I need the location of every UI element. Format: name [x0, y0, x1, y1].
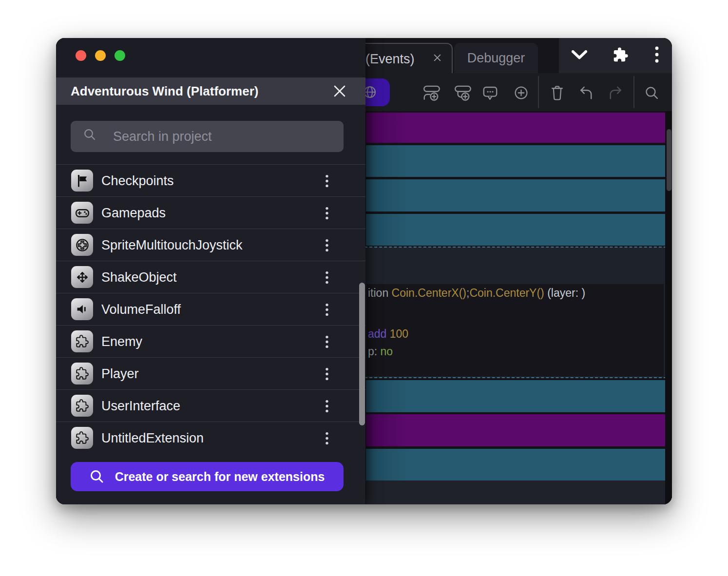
traffic-light-close[interactable]: [76, 50, 86, 61]
tab-events-label: (Events): [365, 52, 415, 67]
event-row-purple[interactable]: [366, 113, 665, 143]
project-title: Adventurous Wind (Platformer): [71, 77, 258, 105]
tab-debugger[interactable]: Debugger: [454, 43, 538, 73]
project-manager-drawer: Adventurous Wind (Platformer) Search in …: [56, 38, 365, 504]
add-comment-icon[interactable]: [482, 85, 498, 103]
project-item-label: Gamepads: [101, 197, 166, 229]
project-item-volumefalloff[interactable]: VolumeFalloff: [56, 293, 365, 325]
item-kebab-menu-icon[interactable]: [325, 303, 329, 318]
event-row-teal[interactable]: [366, 145, 665, 177]
app-window: (Events) Debugger: [56, 38, 672, 504]
search-icon: [90, 469, 104, 484]
add-circle-icon[interactable]: [514, 85, 529, 102]
puzzle-icon: [71, 427, 93, 449]
tab-close-icon[interactable]: [433, 54, 441, 64]
puzzle-icon: [71, 330, 93, 352]
project-items-list: CheckpointsGamepadsSpriteMultitouchJoyst…: [56, 164, 365, 454]
drawer-header: Adventurous Wind (Platformer): [56, 77, 365, 105]
puzzle-icon: [71, 395, 93, 417]
item-kebab-menu-icon[interactable]: [325, 335, 329, 350]
undo-icon[interactable]: [577, 85, 594, 102]
event-row-teal[interactable]: [366, 179, 665, 211]
close-icon[interactable]: [333, 85, 346, 99]
tab-debugger-label: Debugger: [467, 51, 525, 66]
redo-icon[interactable]: [607, 85, 624, 102]
volume-icon: [71, 298, 93, 320]
event-code-line: p: no: [368, 345, 393, 358]
project-item-shakeobject[interactable]: ShakeObject: [56, 261, 365, 293]
event-row-teal[interactable]: [366, 380, 665, 412]
kebab-menu-icon[interactable]: [654, 46, 659, 65]
project-item-userinterface[interactable]: UserInterface: [56, 389, 365, 422]
drawer-scrollbar-thumb[interactable]: [359, 283, 365, 425]
selected-event[interactable]: ition Coin.CenterX();Coin.CenterY() (lay…: [364, 247, 667, 378]
joystick-icon: [71, 234, 93, 256]
add-subevent-icon[interactable]: [454, 85, 472, 103]
project-item-gamepads[interactable]: Gamepads: [56, 196, 365, 229]
project-item-player[interactable]: Player: [56, 357, 365, 389]
search-input[interactable]: Search in project: [71, 121, 344, 152]
project-item-label: ShakeObject: [101, 261, 177, 293]
traffic-light-minimize[interactable]: [95, 50, 106, 61]
project-item-checkpoints[interactable]: Checkpoints: [56, 164, 365, 196]
trash-icon[interactable]: [550, 84, 565, 102]
project-item-label: SpriteMultitouchJoystick: [101, 229, 243, 261]
titlebar-actions: [559, 38, 672, 73]
events-scrollbar[interactable]: [665, 111, 672, 504]
item-kebab-menu-icon[interactable]: [325, 174, 329, 190]
create-extension-label: Create or search for new extensions: [115, 470, 325, 484]
events-sheet-footer: [366, 480, 672, 504]
event-code-line: ition Coin.CenterX();Coin.CenterY() (lay…: [368, 287, 585, 300]
create-extension-button[interactable]: Create or search for new extensions: [71, 462, 344, 491]
item-kebab-menu-icon[interactable]: [325, 239, 329, 254]
gamepad-icon: [71, 202, 93, 224]
selected-event-actions: ition Coin.CenterX();Coin.CenterY() (lay…: [366, 284, 664, 376]
toolbar-separator: [633, 76, 634, 108]
extensions-puzzle-icon[interactable]: [613, 47, 629, 65]
search-events-icon[interactable]: [644, 85, 659, 102]
flag-icon: [71, 170, 93, 192]
add-event-icon[interactable]: [423, 85, 441, 103]
project-item-label: Player: [101, 358, 139, 390]
project-item-untitledextension[interactable]: UntitledExtension: [56, 422, 365, 454]
puzzle-icon: [71, 363, 93, 384]
event-row-purple[interactable]: [366, 414, 665, 446]
event-row-teal[interactable]: [366, 214, 665, 246]
event-row-teal[interactable]: [366, 449, 665, 480]
chevron-down-icon[interactable]: [572, 50, 587, 61]
project-item-label: VolumeFalloff: [101, 293, 181, 326]
traffic-light-zoom[interactable]: [115, 50, 125, 61]
item-kebab-menu-icon[interactable]: [325, 432, 329, 447]
item-kebab-menu-icon[interactable]: [325, 400, 329, 415]
search-icon: [83, 128, 96, 141]
tab-events[interactable]: (Events): [358, 43, 453, 73]
search-placeholder: Search in project: [113, 121, 212, 152]
project-item-label: UntitledExtension: [101, 422, 204, 454]
project-item-label: Checkpoints: [101, 165, 174, 197]
item-kebab-menu-icon[interactable]: [325, 271, 329, 286]
item-kebab-menu-icon[interactable]: [325, 207, 329, 222]
move-icon: [71, 266, 93, 288]
event-code-line: add 100: [368, 327, 408, 341]
project-item-label: Enemy: [101, 326, 142, 358]
project-item-label: UserInterface: [101, 390, 180, 422]
window-titlebar: [56, 38, 365, 77]
project-item-spritemultitouchjoystick[interactable]: SpriteMultitouchJoystick: [56, 229, 365, 261]
item-kebab-menu-icon[interactable]: [325, 367, 329, 383]
project-item-enemy[interactable]: Enemy: [56, 325, 365, 357]
toolbar-separator: [538, 76, 539, 108]
events-scrollbar-thumb[interactable]: [667, 129, 671, 191]
